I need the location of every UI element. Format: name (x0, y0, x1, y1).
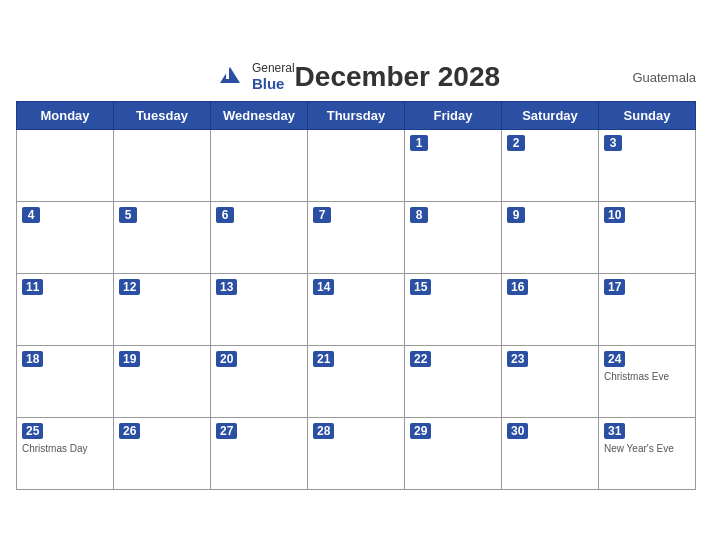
calendar-header: General Blue December 2028 Guatemala (16, 61, 696, 93)
logo-general-text: General (252, 61, 295, 75)
day-number: 30 (507, 423, 528, 439)
calendar-day-cell: 16 (502, 273, 599, 345)
day-number: 6 (216, 207, 234, 223)
calendar-day-cell: 19 (114, 345, 211, 417)
calendar-day-cell: 17 (599, 273, 696, 345)
day-number: 13 (216, 279, 237, 295)
day-number: 4 (22, 207, 40, 223)
calendar-day-cell: 7 (308, 201, 405, 273)
calendar-title: December 2028 (295, 61, 500, 93)
weekday-header-row: MondayTuesdayWednesdayThursdayFridaySatu… (17, 101, 696, 129)
calendar-day-cell (211, 129, 308, 201)
day-number: 1 (410, 135, 428, 151)
calendar-week-row: 18192021222324Christmas Eve (17, 345, 696, 417)
calendar-day-cell: 8 (405, 201, 502, 273)
calendar-day-cell: 12 (114, 273, 211, 345)
calendar-day-cell: 3 (599, 129, 696, 201)
country-label: Guatemala (632, 69, 696, 84)
calendar-day-cell: 1 (405, 129, 502, 201)
day-number: 23 (507, 351, 528, 367)
day-number: 29 (410, 423, 431, 439)
day-number: 5 (119, 207, 137, 223)
calendar-day-cell: 28 (308, 417, 405, 489)
calendar-day-cell (308, 129, 405, 201)
calendar-wrapper: General Blue December 2028 Guatemala Mon… (6, 51, 706, 500)
weekday-header: Thursday (308, 101, 405, 129)
calendar-day-cell: 23 (502, 345, 599, 417)
weekday-header: Saturday (502, 101, 599, 129)
calendar-week-row: 25Christmas Day262728293031New Year's Ev… (17, 417, 696, 489)
logo-blue-text: Blue (252, 75, 295, 92)
day-event: Christmas Eve (604, 370, 690, 383)
calendar-day-cell: 26 (114, 417, 211, 489)
day-number: 26 (119, 423, 140, 439)
calendar-day-cell: 11 (17, 273, 114, 345)
weekday-header: Monday (17, 101, 114, 129)
day-number: 21 (313, 351, 334, 367)
weekday-header: Friday (405, 101, 502, 129)
day-number: 18 (22, 351, 43, 367)
calendar-week-row: 123 (17, 129, 696, 201)
calendar-table: MondayTuesdayWednesdayThursdayFridaySatu… (16, 101, 696, 490)
calendar-day-cell: 18 (17, 345, 114, 417)
day-number: 20 (216, 351, 237, 367)
day-number: 10 (604, 207, 625, 223)
day-number: 24 (604, 351, 625, 367)
day-number: 14 (313, 279, 334, 295)
day-number: 19 (119, 351, 140, 367)
calendar-day-cell: 14 (308, 273, 405, 345)
calendar-day-cell: 15 (405, 273, 502, 345)
day-number: 2 (507, 135, 525, 151)
calendar-day-cell: 5 (114, 201, 211, 273)
day-event: New Year's Eve (604, 442, 690, 455)
logo-icon (212, 63, 248, 91)
day-number: 31 (604, 423, 625, 439)
logo: General Blue (212, 61, 295, 92)
calendar-day-cell: 6 (211, 201, 308, 273)
day-event: Christmas Day (22, 442, 108, 455)
calendar-day-cell: 24Christmas Eve (599, 345, 696, 417)
calendar-day-cell: 21 (308, 345, 405, 417)
calendar-day-cell (17, 129, 114, 201)
svg-rect-2 (226, 69, 229, 79)
day-number: 15 (410, 279, 431, 295)
calendar-week-row: 45678910 (17, 201, 696, 273)
calendar-day-cell: 10 (599, 201, 696, 273)
calendar-day-cell: 20 (211, 345, 308, 417)
calendar-day-cell: 25Christmas Day (17, 417, 114, 489)
day-number: 25 (22, 423, 43, 439)
day-number: 28 (313, 423, 334, 439)
calendar-day-cell: 27 (211, 417, 308, 489)
calendar-week-row: 11121314151617 (17, 273, 696, 345)
calendar-day-cell: 22 (405, 345, 502, 417)
calendar-day-cell: 4 (17, 201, 114, 273)
day-number: 17 (604, 279, 625, 295)
calendar-day-cell (114, 129, 211, 201)
day-number: 7 (313, 207, 331, 223)
day-number: 12 (119, 279, 140, 295)
calendar-day-cell: 9 (502, 201, 599, 273)
day-number: 16 (507, 279, 528, 295)
day-number: 27 (216, 423, 237, 439)
day-number: 3 (604, 135, 622, 151)
day-number: 11 (22, 279, 43, 295)
day-number: 9 (507, 207, 525, 223)
calendar-day-cell: 29 (405, 417, 502, 489)
calendar-day-cell: 13 (211, 273, 308, 345)
calendar-day-cell: 31New Year's Eve (599, 417, 696, 489)
calendar-day-cell: 30 (502, 417, 599, 489)
weekday-header: Sunday (599, 101, 696, 129)
weekday-header: Wednesday (211, 101, 308, 129)
day-number: 22 (410, 351, 431, 367)
calendar-day-cell: 2 (502, 129, 599, 201)
day-number: 8 (410, 207, 428, 223)
weekday-header: Tuesday (114, 101, 211, 129)
